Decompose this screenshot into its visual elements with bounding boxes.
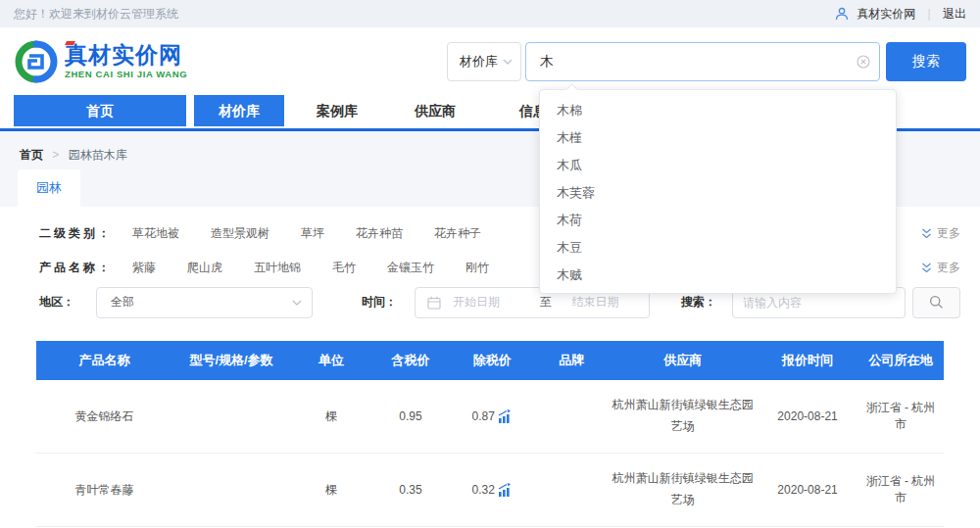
end-date-input[interactable]: 结束日期 — [552, 294, 639, 311]
cell-unit: 棵 — [290, 408, 371, 425]
magnifier-icon — [929, 295, 944, 310]
region-value: 全部 — [111, 294, 134, 311]
search-input-wrap — [525, 42, 880, 81]
logo-title: 真材实价网 — [65, 44, 187, 67]
col-header-spec: 型号/规格/参数 — [172, 352, 290, 369]
logo-subtitle: ZHEN CAI SHI JIA WANG — [65, 69, 187, 79]
category-filter-label: 二级类别： — [39, 225, 132, 242]
logo[interactable]: 真材实价网 ZHEN CAI SHI JIA WANG — [14, 39, 187, 84]
product-option[interactable]: 毛竹 — [332, 260, 356, 276]
cell-price-with-tax: 0.95 — [372, 409, 450, 423]
cell-supplier: 杭州萧山新街镇绿银生态园艺场 — [608, 395, 758, 437]
topbar-user-area: 真材实价网 ｜ 退出 — [835, 6, 966, 23]
price-table: 产品名称 型号/规格/参数 单位 含税价 除税价 品牌 供应商 报价时间 公司所… — [36, 341, 944, 527]
cell-price-without-tax: 0.32 — [449, 483, 535, 498]
tab-garden[interactable]: 园林 — [18, 169, 80, 207]
nav-item-suppliers[interactable]: 供应商 — [390, 95, 480, 126]
price-trend-icon[interactable] — [498, 409, 513, 424]
search-suggestions-dropdown: 木棉 木槿 木瓜 木芙蓉 木荷 木豆 木贼 — [539, 89, 897, 294]
search-category-value: 材价库 — [460, 53, 498, 71]
double-chevron-down-icon — [921, 263, 932, 273]
price-trend-icon[interactable] — [498, 483, 513, 498]
nav-item-price-library[interactable]: 材价库 — [194, 95, 284, 126]
logo-text: 真材实价网 ZHEN CAI SHI JIA WANG — [65, 44, 187, 79]
suggestion-item[interactable]: 木芙蓉 — [540, 179, 896, 207]
category-more-button[interactable]: 更多 — [921, 225, 960, 242]
cell-quote-date: 2020-08-21 — [758, 409, 858, 423]
product-option[interactable]: 刚竹 — [466, 260, 489, 276]
cell-company-location: 浙江省 - 杭州市 — [858, 473, 944, 506]
product-more-button[interactable]: 更多 — [921, 260, 960, 276]
col-header-product-name: 产品名称 — [36, 352, 172, 369]
suggestion-item[interactable]: 木槿 — [540, 124, 896, 152]
nav-item-case-library[interactable]: 案例库 — [292, 95, 382, 126]
col-header-company-location: 公司所在地 — [858, 352, 944, 369]
table-row[interactable]: 青叶常春藤 棵 0.35 0.32 杭州萧山新街镇绿银生态园艺场 — [36, 454, 944, 527]
category-option[interactable]: 花卉种子 — [434, 225, 481, 242]
clear-input-icon[interactable] — [857, 55, 870, 69]
suggestion-item[interactable]: 木棉 — [540, 97, 896, 124]
col-header-unit: 单位 — [290, 352, 371, 369]
user-icon — [835, 7, 849, 21]
col-header-price-without-tax: 除税价 — [449, 352, 535, 369]
category-option[interactable]: 花卉种苗 — [356, 225, 403, 242]
category-option[interactable]: 草花地被 — [132, 225, 179, 242]
date-range-separator: 至 — [540, 294, 552, 311]
breadcrumb-home[interactable]: 首页 — [20, 148, 43, 162]
col-header-brand: 品牌 — [535, 352, 608, 369]
product-option[interactable]: 五叶地锦 — [254, 260, 301, 276]
header-search-area: 材价库 搜索 — [447, 42, 966, 81]
time-label: 时间： — [362, 294, 397, 311]
logo-red-accent — [65, 41, 75, 45]
breadcrumb-current: 园林苗木库 — [69, 148, 127, 162]
cell-price-with-tax: 0.35 — [372, 483, 450, 497]
search-category-select[interactable]: 材价库 — [447, 42, 521, 81]
cell-product-name: 黄金锦络石 — [36, 408, 172, 425]
logout-link[interactable]: 退出 — [943, 6, 966, 23]
breadcrumb-separator: > — [52, 148, 59, 162]
double-chevron-down-icon — [921, 228, 932, 239]
product-filter-label: 产品名称： — [39, 260, 132, 276]
cell-unit: 棵 — [290, 482, 371, 499]
category-option[interactable]: 草坪 — [301, 225, 324, 242]
cell-quote-date: 2020-08-21 — [758, 483, 858, 497]
cell-supplier: 杭州萧山新街镇绿银生态园艺场 — [608, 468, 758, 510]
cell-company-location: 浙江省 - 杭州市 — [858, 400, 944, 433]
search-button[interactable]: 搜索 — [886, 42, 966, 81]
product-option[interactable]: 金镶玉竹 — [387, 260, 434, 276]
table-row[interactable]: 黄金锦络石 棵 0.95 0.87 杭州萧山新街镇绿银生态园艺场 — [36, 380, 944, 454]
suggestion-item[interactable]: 木豆 — [540, 234, 896, 262]
search-input[interactable] — [525, 42, 880, 81]
category-option[interactable]: 造型景观树 — [211, 225, 270, 242]
product-option[interactable]: 紫藤 — [132, 260, 156, 276]
product-option[interactable]: 爬山虎 — [187, 260, 222, 276]
start-date-input[interactable]: 开始日期 — [441, 294, 540, 311]
cell-product-name: 青叶常春藤 — [36, 482, 172, 499]
region-select[interactable]: 全部 — [96, 287, 313, 318]
logo-mark-icon — [14, 39, 59, 84]
suggestion-item[interactable]: 木荷 — [540, 207, 896, 234]
table-header-row: 产品名称 型号/规格/参数 单位 含税价 除税价 品牌 供应商 报价时间 公司所… — [36, 341, 944, 380]
keyword-search-label: 搜索： — [681, 294, 716, 311]
chevron-down-icon — [503, 59, 513, 65]
nav-item-home[interactable]: 首页 — [14, 95, 186, 126]
col-header-quote-date: 报价时间 — [758, 352, 858, 369]
suggestion-item[interactable]: 木瓜 — [540, 152, 896, 179]
region-label: 地区： — [39, 294, 74, 311]
chevron-down-icon — [292, 300, 302, 306]
header: 真材实价网 ZHEN CAI SHI JIA WANG 材价库 搜索 — [0, 27, 980, 95]
topbar-divider: ｜ — [923, 6, 935, 23]
site-home-link[interactable]: 真材实价网 — [857, 6, 915, 23]
keyword-search-button[interactable] — [912, 287, 960, 318]
calendar-icon — [427, 296, 441, 310]
suggestion-item[interactable]: 木贼 — [540, 262, 896, 289]
welcome-text: 您好！欢迎来到材价云管理系统 — [14, 6, 178, 23]
col-header-supplier: 供应商 — [608, 349, 758, 371]
col-header-price-with-tax: 含税价 — [372, 352, 450, 369]
topbar: 您好！欢迎来到材价云管理系统 真材实价网 ｜ 退出 — [0, 0, 980, 27]
cell-price-without-tax: 0.87 — [449, 409, 535, 424]
